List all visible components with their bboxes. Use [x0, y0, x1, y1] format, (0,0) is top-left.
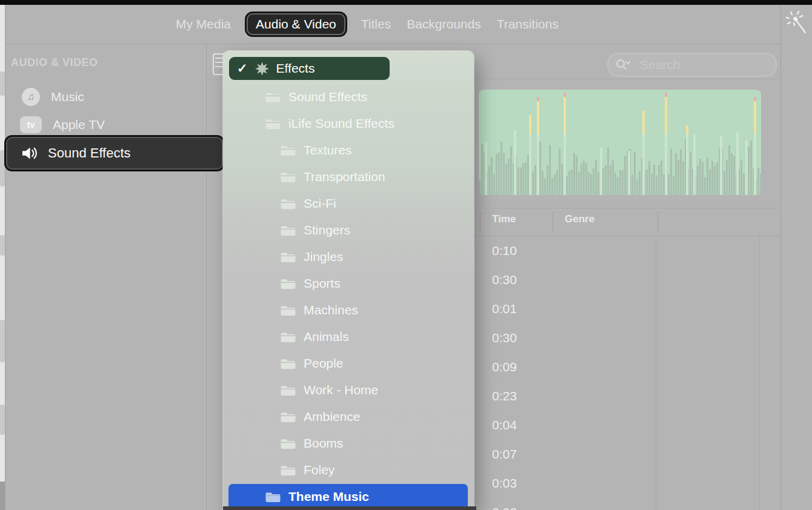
row-time: 0:01	[476, 302, 553, 316]
menu-item-work-home[interactable]: Work - Home	[223, 377, 474, 403]
left-pane-divider	[5, 5, 5, 510]
menu-item-label: People	[304, 356, 343, 371]
tab-audio-video[interactable]: Audio & Video	[247, 13, 345, 35]
menu-item-effects[interactable]: ✓ Effects	[229, 57, 390, 80]
tab-backgrounds[interactable]: Backgrounds	[407, 17, 481, 31]
menu-item-foley[interactable]: Foley	[223, 457, 474, 483]
imovie-media-browser: My MediaAudio & VideoTitlesBackgroundsTr…	[0, 0, 812, 510]
menu-bottom-band	[223, 506, 476, 510]
menu-item-ilife-sound-effects[interactable]: iLife Sound Effects	[223, 110, 474, 137]
menu-item-list: Sound Effects iLife Sound Effects Textur…	[223, 84, 474, 510]
menu-item-label: Stingers	[304, 223, 350, 237]
sidebar-item-sound-effects[interactable]: Sound Effects	[6, 137, 223, 170]
apple-tv-icon: tv	[20, 116, 42, 133]
table-row[interactable]: 0:09	[476, 353, 780, 382]
search-input[interactable]: Search	[607, 53, 777, 77]
menu-item-stingers[interactable]: Stingers	[223, 217, 474, 243]
sound-effects-list: 0:10 0:30 0:01 0:30 0:09 0:23 0:04 0:07 …	[476, 236, 780, 510]
row-time: 0:23	[476, 389, 553, 403]
effects-category-menu: ✓ Effects Sound Effects iLife Sound Effe…	[223, 51, 474, 510]
menu-item-sci-fi[interactable]: Sci-Fi	[223, 190, 474, 217]
folder-icon	[280, 224, 296, 236]
menu-item-label: Transportation	[304, 170, 385, 184]
table-row[interactable]: 0:30	[476, 323, 780, 353]
table-row[interactable]: 0:23	[476, 382, 780, 411]
sidebar-divider	[206, 44, 207, 510]
column-header-genre[interactable]: Genre	[565, 213, 594, 225]
column-separator[interactable]	[657, 211, 658, 232]
folder-icon	[280, 304, 296, 316]
row-time: 0:04	[476, 418, 553, 432]
checkmark-icon: ✓	[237, 61, 248, 76]
menu-item-machines[interactable]: Machines	[223, 297, 474, 323]
browser-right-divider	[780, 5, 781, 510]
table-row[interactable]: 0:04	[476, 411, 780, 440]
folder-icon	[280, 197, 296, 210]
row-time: 0:07	[476, 447, 553, 462]
column-separator[interactable]	[553, 211, 553, 232]
folder-icon	[280, 277, 296, 290]
row-time: 0:10	[476, 243, 553, 258]
folder-icon	[280, 464, 296, 476]
sidebar-section-header: AUDIO & VIDEO	[11, 56, 98, 69]
tabbar-divider	[5, 44, 780, 44]
folder-icon	[265, 118, 281, 130]
left-pane-edge	[0, 5, 5, 510]
menu-item-sound-effects[interactable]: Sound Effects	[223, 84, 474, 110]
folder-icon	[265, 91, 281, 103]
menu-item-label: Sports	[304, 276, 341, 291]
menu-item-label: Work - Home	[304, 383, 378, 397]
table-row[interactable]: 0:10	[476, 236, 780, 265]
column-header-time[interactable]: Time	[492, 213, 516, 225]
menu-item-jingles[interactable]: Jingles	[223, 243, 474, 270]
menu-item-label: Sound Effects	[288, 90, 367, 104]
music-note-icon: ♫	[22, 88, 40, 106]
column-separator[interactable]	[480, 211, 481, 232]
sidebar-item-apple-tv[interactable]: tv Apple TV	[20, 116, 105, 133]
folder-icon	[280, 357, 296, 369]
folder-icon	[280, 171, 296, 183]
menu-item-label: Jingles	[304, 250, 343, 264]
media-browser-tabs: My MediaAudio & VideoTitlesBackgroundsTr…	[176, 5, 559, 44]
menu-item-people[interactable]: People	[223, 350, 474, 377]
window-top-strip	[0, 0, 812, 5]
folder-icon	[265, 491, 281, 503]
menu-item-label: Theme Music	[288, 489, 369, 504]
menu-item-label: Ambience	[304, 409, 360, 424]
menu-item-transportation[interactable]: Transportation	[223, 164, 474, 190]
folder-icon	[280, 144, 296, 156]
menu-item-label: Booms	[304, 436, 343, 451]
folder-icon	[280, 331, 296, 343]
magic-wand-icon[interactable]	[785, 10, 810, 38]
menu-item-ambience[interactable]: Ambience	[223, 403, 474, 430]
menu-item-label: Machines	[304, 303, 358, 317]
menu-item-label: iLife Sound Effects	[288, 116, 394, 131]
search-icon[interactable]	[614, 58, 635, 71]
table-row[interactable]: 0:03	[476, 469, 780, 498]
audio-waveform-preview[interactable]	[479, 90, 761, 195]
table-row[interactable]: 0:07	[476, 440, 780, 469]
table-row[interactable]: 0:02	[476, 498, 780, 510]
row-time: 0:03	[476, 476, 553, 491]
row-time: 0:30	[476, 273, 553, 287]
menu-item-sports[interactable]: Sports	[223, 270, 474, 297]
folder-icon	[280, 411, 296, 423]
tab-titles[interactable]: Titles	[361, 17, 391, 31]
tab-transitions[interactable]: Transitions	[497, 17, 559, 31]
sidebar-item-music[interactable]: ♫ Music	[22, 88, 84, 106]
table-row[interactable]: 0:01	[476, 294, 780, 323]
sidebar-item-label: Sound Effects	[48, 145, 131, 161]
speaker-icon	[21, 146, 38, 161]
row-time: 0:30	[476, 331, 553, 345]
table-row[interactable]: 0:30	[476, 265, 780, 294]
menu-item-textures[interactable]: Textures	[223, 137, 474, 164]
tab-my-media[interactable]: My Media	[176, 17, 231, 31]
menu-item-theme-music[interactable]: Theme Music	[228, 484, 468, 509]
search-placeholder: Search	[640, 58, 681, 72]
sidebar-item-label: Music	[51, 90, 84, 104]
menu-item-animals[interactable]: Animals	[223, 323, 474, 350]
menu-item-booms[interactable]: Booms	[223, 430, 474, 457]
menu-item-label: Sci-Fi	[304, 196, 336, 211]
starburst-icon	[255, 61, 270, 76]
folder-icon	[280, 437, 296, 449]
